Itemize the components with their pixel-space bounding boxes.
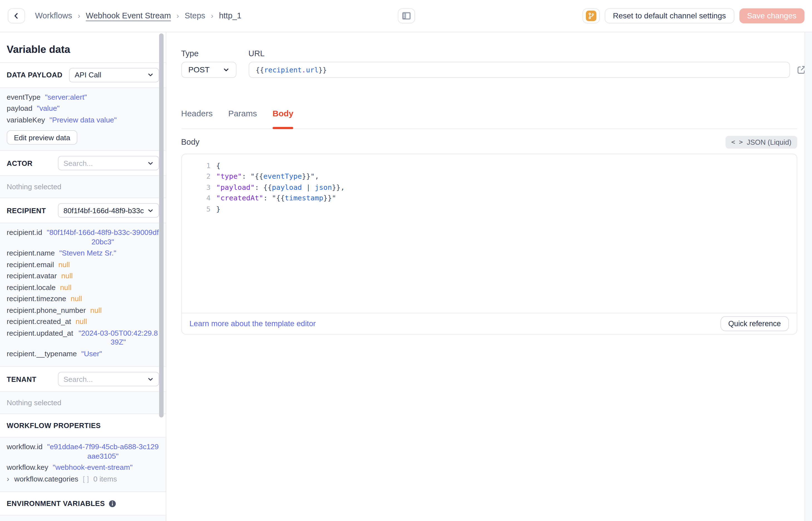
reset-channel-settings-button[interactable]: Reset to default channel settings	[604, 8, 734, 23]
recipient-select[interactable]: 80f1f4bf-166d-48f9-b33c	[58, 203, 159, 218]
edit-preview-data-button[interactable]: Edit preview data	[7, 130, 77, 145]
recipient-fields-panel: recipient.id"80f1f4bf-166d-48f9-b33c-390…	[0, 223, 166, 367]
url-input[interactable]: {{recipient.url}}	[248, 62, 790, 78]
editor-footer: Learn more about the template editor Qui…	[182, 313, 796, 334]
line-number: 2	[182, 171, 211, 182]
kv-value: "Preview data value"	[49, 115, 117, 125]
environment-variables-label: ENVIRONMENT VARIABLES	[7, 499, 105, 508]
quick-reference-button[interactable]: Quick reference	[720, 316, 789, 331]
data-payload-selected-value: API Call	[75, 71, 144, 79]
kv-value: "2024-03-05T00:42:29.839Z"	[78, 329, 159, 347]
kv-key: recipient.avatar	[7, 272, 57, 281]
kv-row[interactable]: ›workflow.categories[ ]0 items	[7, 475, 159, 484]
kv-row: payload"value"	[7, 104, 159, 113]
page-scrollbar-track[interactable]	[804, 32, 812, 521]
kv-value: "value"	[37, 104, 59, 113]
kv-row: workflow.key"webhook-event-stream"	[7, 463, 159, 472]
breadcrumb-item[interactable]: http_1	[219, 12, 241, 20]
kv-row: recipient.__typename"User"	[7, 349, 159, 359]
breadcrumb-item[interactable]: Steps	[185, 12, 205, 20]
kv-value: null	[71, 294, 82, 304]
url-token: recipient	[264, 65, 302, 74]
kv-key: workflow.key	[7, 463, 48, 472]
kv-row: recipient.id"80f1f4bf-166d-48f9-b33c-390…	[7, 228, 159, 247]
kv-key: recipient.__typename	[7, 349, 77, 359]
url-token: .	[302, 65, 306, 74]
sidebar-scrollbar-thumb[interactable]	[159, 33, 164, 417]
kv-key: recipient.email	[7, 260, 54, 269]
url-token: url	[306, 65, 318, 74]
method-select[interactable]: POST	[181, 62, 236, 78]
kv-value: null	[61, 272, 73, 281]
code-text: "type": "{{eventType}}",	[216, 171, 319, 182]
actor-section: ACTOR	[0, 151, 166, 176]
data-payload-section: DATA PAYLOAD API Call	[0, 63, 166, 88]
breadcrumb: Workflows›Webhook Event Stream›Steps›htt…	[35, 12, 241, 20]
kv-row: variableKey"Preview data value"	[7, 115, 159, 125]
tenant-search-select[interactable]	[58, 372, 159, 386]
request-tabs: HeadersParamsBody	[181, 108, 797, 129]
actor-search-select[interactable]	[58, 156, 159, 170]
kv-value: "webhook-event-stream"	[53, 463, 133, 472]
save-changes-button[interactable]: Save changes	[739, 8, 804, 23]
kv-value: "User"	[81, 349, 102, 359]
kv-key: recipient.phone_number	[7, 306, 86, 315]
kv-value: "e91ddae4-7f99-45cb-a688-3c129aae3105"	[47, 443, 159, 461]
tab-body[interactable]: Body	[272, 108, 293, 128]
tenant-search-input[interactable]	[64, 375, 144, 383]
code-line: 3"payload": {{payload | json}},	[182, 182, 796, 192]
format-badge: < > JSON (Liquid)	[726, 136, 797, 148]
actor-empty-state: Nothing selected	[0, 176, 166, 198]
kv-key: variableKey	[7, 115, 45, 125]
request-editor-main: Type POST URL {{recipient.url}}	[166, 32, 812, 521]
tenant-section: TENANT	[0, 367, 166, 392]
format-badge-label: JSON (Liquid)	[747, 138, 791, 146]
code-line: 5}	[182, 203, 796, 214]
kv-row: recipient.created_atnull	[7, 317, 159, 326]
kv-key: eventType	[7, 93, 41, 102]
chevron-down-icon	[147, 72, 153, 78]
kv-value: null	[76, 317, 87, 326]
payload-fields: eventType"server:alert"payload"value"var…	[7, 93, 159, 125]
code-text: {	[216, 160, 220, 171]
code-line: 2"type": "{{eventType}}",	[182, 171, 796, 182]
code-line: 1{	[182, 160, 796, 171]
back-button[interactable]	[8, 8, 25, 23]
tab-params[interactable]: Params	[228, 108, 257, 128]
environment-variables-header: ENVIRONMENT VARIABLES	[0, 492, 166, 516]
topbar-actions: Reset to default channel settings Save c…	[582, 8, 804, 23]
chevron-down-icon	[223, 67, 229, 73]
url-token: {{	[256, 65, 264, 74]
kv-key: recipient.updated_at	[7, 329, 73, 347]
breadcrumb-item[interactable]: Workflows	[35, 12, 72, 20]
kv-row: recipient.localenull	[7, 283, 159, 292]
line-number: 3	[182, 182, 211, 192]
kv-row: recipient.avatarnull	[7, 272, 159, 281]
tenant-label: TENANT	[7, 375, 51, 383]
kv-row: recipient.emailnull	[7, 260, 159, 269]
kv-value: null	[90, 306, 101, 315]
breadcrumb-separator: ›	[176, 12, 179, 20]
payload-preview-panel: eventType"server:alert"payload"value"var…	[0, 88, 166, 151]
app: Workflows›Webhook Event Stream›Steps›htt…	[0, 0, 812, 521]
commit-button[interactable]	[582, 8, 599, 23]
template-editor-help-link[interactable]: Learn more about the template editor	[189, 319, 316, 327]
actor-search-input[interactable]	[64, 159, 144, 167]
kv-value: "80f1f4bf-166d-48f9-b33c-39009df20bc3"	[47, 228, 159, 247]
data-payload-select[interactable]: API Call	[69, 68, 159, 82]
kv-key: workflow.id	[7, 443, 43, 461]
kv-key: recipient.timezone	[7, 294, 66, 304]
url-token: }}	[318, 65, 327, 74]
code-icon: < >	[731, 138, 743, 146]
code-text: }	[216, 203, 220, 214]
kv-key: workflow.categories	[14, 475, 78, 484]
chevron-down-icon	[147, 160, 153, 166]
line-number: 1	[182, 160, 211, 171]
kv-key: recipient.name	[7, 249, 55, 258]
breadcrumb-separator: ›	[211, 12, 213, 20]
tab-headers[interactable]: Headers	[181, 108, 213, 128]
code-editor[interactable]: 1{2"type": "{{eventType}}",3"payload": {…	[182, 154, 796, 313]
toggle-sidebar-button[interactable]	[398, 8, 415, 23]
chevron-right-icon[interactable]: ›	[7, 475, 9, 484]
breadcrumb-item[interactable]: Webhook Event Stream	[86, 12, 171, 20]
